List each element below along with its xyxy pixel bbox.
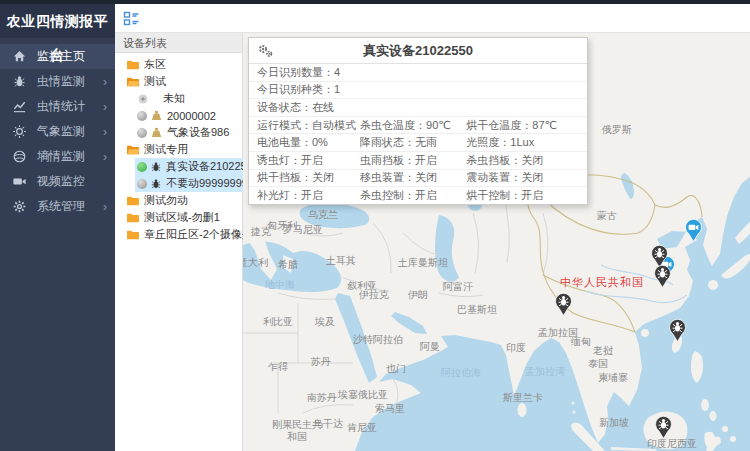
status-dot-gray [137, 179, 147, 189]
sidebar-item-1[interactable]: 虫情监测› [0, 69, 115, 94]
device-tree: 东区测试未知20000002气象设备986测试专用真实设备21022550不要动… [115, 53, 242, 243]
tree-item-6[interactable]: 真实设备21022550 [115, 158, 242, 175]
tree-item-8[interactable]: 测试勿动 [115, 192, 242, 209]
device-tree-toggle-icon[interactable] [123, 10, 140, 27]
tree-item-label: 东区 [144, 57, 166, 72]
popup-field: 降雨状态：无雨 [360, 135, 466, 150]
sidebar-item-4[interactable]: 墒情监测› [0, 144, 115, 169]
popup-row-4: 电池电量：0%降雨状态：无雨光照度：1Lux [249, 134, 587, 152]
gear-icon [12, 199, 27, 214]
sidebar-item-label: 虫情统计 [37, 98, 103, 115]
popup-field: 运行模式：自动模式 [257, 118, 360, 133]
app-title: 农业四情测报平台 [0, 4, 115, 38]
popup-field: 补光灯：开启 [257, 188, 360, 203]
popup-field: 震动装置：关闭 [466, 170, 579, 185]
weather-icon [12, 124, 27, 139]
chevron-right-icon: › [103, 200, 107, 214]
tree-item-label: 20000002 [167, 110, 216, 122]
sidebar-item-label: 监控主页 [37, 48, 107, 65]
popup-field: 烘干控制：开启 [466, 188, 579, 203]
popup-row-0: 今日识别数量：4 [249, 64, 587, 82]
popup-field: 今日识别种类：1 [257, 82, 579, 97]
popup-field: 烘干挡板：关闭 [257, 170, 360, 185]
popup-field: 光照度：1Lux [466, 135, 579, 150]
tree-item-10[interactable]: 章丘阳丘区-2个摄像头 [115, 226, 242, 243]
device-list-header: 设备列表 [115, 33, 242, 53]
popup-row-6: 烘干挡板：关闭移虫装置：关闭震动装置：关闭 [249, 170, 587, 188]
popup-row-2: 设备状态：在线 [249, 99, 587, 117]
popup-field: 杀虫仓温度：90℃ [360, 118, 466, 133]
topbar [115, 4, 750, 33]
tree-item-2[interactable]: 未知 [115, 90, 242, 107]
tree-item-7[interactable]: 不要动99999999 [115, 175, 242, 192]
popup-field: 杀虫控制：开启 [360, 188, 466, 203]
tree-item-0[interactable]: 东区 [115, 56, 242, 73]
tree-item-label: 章丘阳丘区-2个摄像头 [144, 227, 253, 242]
sidebar-item-2[interactable]: 虫情统计› [0, 94, 115, 119]
chevron-right-icon: › [103, 125, 107, 139]
popup-row-1: 今日识别种类：1 [249, 82, 587, 100]
weather-station-icon [150, 110, 163, 121]
folder-icon [126, 76, 140, 88]
tree-item-1[interactable]: 测试 [115, 73, 242, 90]
sidebar: 农业四情测报平台 监控主页虫情监测›虫情统计›气象监测›墒情监测›视频监控系统管… [0, 4, 115, 451]
chart-icon [12, 99, 27, 114]
map-canvas[interactable]: 俄罗斯蒙古中华人民共和国乌克兰捷克匈牙利罗马尼亚意大利希腊土耳其地中海叙利亚伊拉… [243, 33, 750, 451]
tree-item-label: 测试专用 [144, 142, 188, 157]
sidebar-item-label: 虫情监测 [37, 73, 103, 90]
popup-field: 今日识别数量：4 [257, 65, 579, 80]
sidebar-item-6[interactable]: 系统管理› [0, 194, 115, 219]
map-marker-bug-pin[interactable] [668, 318, 687, 342]
tree-item-label: 测试 [144, 74, 166, 89]
settings-gears-icon[interactable] [257, 43, 273, 58]
device-panel: 设备列表 东区测试未知20000002气象设备986测试专用真实设备210225… [115, 33, 243, 451]
popup-body: 今日识别数量：4今日识别种类：1设备状态：在线运行模式：自动模式杀虫仓温度：90… [249, 64, 587, 205]
video-icon [12, 174, 27, 189]
bug-icon [12, 74, 27, 89]
popup-row-5: 诱虫灯：开启虫雨挡板：开启杀虫挡板：关闭 [249, 152, 587, 170]
popup-field: 诱虫灯：开启 [257, 153, 360, 168]
tree-item-label: 测试区域-勿删1 [144, 210, 220, 225]
folder-icon [126, 229, 140, 241]
tree-item-4[interactable]: 气象设备986 [115, 124, 242, 141]
tree-item-label: 不要动99999999 [166, 176, 248, 191]
popup-field: 虫雨挡板：开启 [360, 153, 466, 168]
tree-item-label: 测试勿动 [144, 193, 188, 208]
status-dot-green [137, 162, 147, 172]
sidebar-item-label: 气象监测 [37, 123, 103, 140]
map-marker-bug-pin[interactable] [654, 415, 673, 439]
app-window: 农业四情测报平台 监控主页虫情监测›虫情统计›气象监测›墒情监测›视频监控系统管… [0, 0, 750, 451]
bug-device-icon [150, 161, 162, 173]
sidebar-item-label: 视频监控 [37, 173, 107, 190]
popup-field: 设备状态：在线 [257, 100, 579, 115]
bug-device-icon [150, 178, 162, 190]
popup-header: 真实设备21022550 [249, 38, 587, 64]
map-marker-bug-pin[interactable] [554, 292, 573, 316]
tree-item-5[interactable]: 测试专用 [115, 141, 242, 158]
tree-item-9[interactable]: 测试区域-勿删1 [115, 209, 242, 226]
weather-station-icon [150, 127, 163, 138]
chevron-right-icon: › [103, 100, 107, 114]
unknown-device-icon [137, 93, 149, 105]
tree-item-label: 未知 [163, 91, 185, 106]
popup-field: 移虫装置：关闭 [360, 170, 466, 185]
popup-field: 烘干仓温度：87℃ [466, 118, 579, 133]
popup-title: 真实设备21022550 [249, 42, 587, 60]
home-icon [12, 49, 27, 64]
tree-item-3[interactable]: 20000002 [115, 107, 242, 124]
map-marker-camera-pin[interactable] [684, 218, 703, 242]
sidebar-item-label: 系统管理 [37, 198, 103, 215]
sidebar-item-3[interactable]: 气象监测› [0, 119, 115, 144]
soil-icon [12, 149, 27, 164]
folder-icon [126, 59, 140, 71]
sidebar-item-5[interactable]: 视频监控 [0, 169, 115, 194]
folder-icon [126, 144, 140, 156]
popup-row-7: 补光灯：开启杀虫控制：开启烘干控制：开启 [249, 187, 587, 205]
device-popup: 真实设备21022550 今日识别数量：4今日识别种类：1设备状态：在线运行模式… [248, 37, 588, 205]
sidebar-item-label: 墒情监测 [37, 148, 103, 165]
popup-field: 杀虫挡板：关闭 [466, 153, 579, 168]
status-dot-gray [137, 128, 147, 138]
chevron-right-icon: › [103, 150, 107, 164]
popup-field: 电池电量：0% [257, 135, 360, 150]
map-marker-bug-pin[interactable] [653, 264, 672, 288]
